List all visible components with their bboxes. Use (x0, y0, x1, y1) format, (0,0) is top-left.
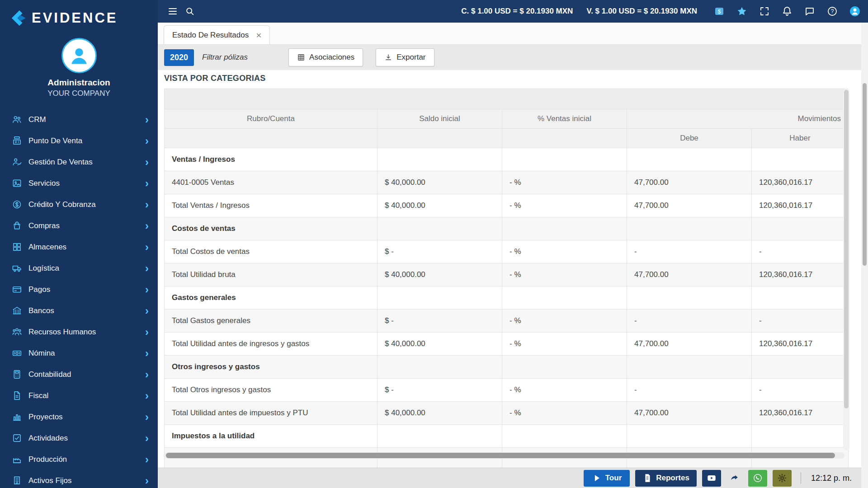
table-body: Ventas / Ingresos4401-0005 Ventas$ 40,00… (165, 148, 849, 468)
chevron-right-icon: › (145, 157, 149, 168)
accounting-icon (11, 369, 23, 380)
chevron-right-icon: › (145, 454, 149, 465)
exchange-rate-icon[interactable]: $ (713, 5, 725, 17)
sidebar-item-compras[interactable]: Compras› (0, 215, 158, 236)
chevron-right-icon: › (145, 242, 149, 253)
chevron-right-icon: › (145, 327, 149, 338)
payments-icon (11, 284, 23, 296)
sidebar-item-punto-de-venta[interactable]: Punto De Venta› (0, 130, 158, 151)
share-icon (730, 473, 740, 483)
chevron-right-icon: › (145, 136, 149, 146)
production-icon (11, 454, 23, 465)
table-horizontal-scrollbar[interactable] (164, 452, 844, 459)
chevron-right-icon: › (145, 114, 149, 125)
help-icon[interactable]: ? (826, 5, 838, 17)
person-icon (67, 44, 91, 67)
sidebar-item-label: Recursos Humanos (28, 328, 96, 337)
sidebar-item-nomina[interactable]: Nómina› (0, 343, 158, 364)
exportar-button[interactable]: Exportar (376, 48, 434, 66)
table-horizontal-scrollbar-thumb[interactable] (166, 453, 835, 458)
sidebar-item-label: Pagos (28, 285, 50, 294)
table-row[interactable]: 4401-0005 Ventas$ 40,000.00- %47,700.001… (165, 171, 849, 194)
sidebar-item-label: CRM (28, 115, 46, 124)
toolbar: 2020 Filtrar pólizas Asociaciones Export… (158, 44, 868, 70)
user-avatar[interactable] (61, 38, 97, 73)
purchases-icon (11, 220, 23, 232)
chevron-right-icon: › (145, 433, 149, 444)
chevron-right-icon: › (145, 369, 149, 380)
sidebar-item-produccion[interactable]: Producción› (0, 449, 158, 470)
tab-bar: Estado De Resultados × (158, 23, 868, 44)
table-vertical-scrollbar-thumb[interactable] (844, 90, 849, 408)
download-icon (384, 53, 392, 61)
assets-icon (11, 475, 23, 487)
sidebar-item-bancos[interactable]: Bancos› (0, 300, 158, 321)
results-table: Rubro/Cuenta Saldo inicial % Ventas inic… (164, 109, 849, 468)
sidebar-item-label: Gestión De Ventas (28, 158, 93, 167)
search-icon[interactable] (181, 3, 198, 20)
col-saldo-inicial: Saldo inicial (377, 109, 502, 129)
filter-polizas-link[interactable]: Filtrar pólizas (202, 53, 248, 62)
col-rubro-cuenta: Rubro/Cuenta (165, 109, 377, 129)
tab-close-icon[interactable]: × (256, 30, 261, 40)
table-row[interactable]: Total Utilidad antes de ingresos y gasto… (165, 333, 849, 356)
share-button[interactable] (726, 470, 743, 487)
table-row[interactable]: Total Ventas / Ingresos$ 40,000.00- %47,… (165, 194, 849, 217)
table-row[interactable]: Total Otros ingresos y gastos$ -- %-- (165, 379, 849, 402)
evidence-logo-icon (10, 9, 27, 27)
chevron-right-icon: › (145, 178, 149, 189)
fullscreen-icon[interactable] (759, 5, 770, 17)
table-header-band (164, 89, 848, 109)
asociaciones-button[interactable]: Asociaciones (288, 48, 363, 66)
sidebar-item-proyectos[interactable]: Proyectos› (0, 406, 158, 427)
sidebar-item-credito-y-cobranza[interactable]: Crédito Y Cobranza› (0, 194, 158, 215)
table-row[interactable]: Total Utilidad antes de impuestos y PTU$… (165, 402, 849, 425)
tab-estado-de-resultados[interactable]: Estado De Resultados × (164, 25, 270, 44)
activities-icon (11, 432, 23, 444)
video-tutorial-button[interactable] (702, 470, 721, 487)
sidebar-item-crm[interactable]: CRM› (0, 109, 158, 130)
section-row-otros-ingresos-y-gastos: Otros ingresos y gastos (165, 356, 849, 379)
sidebar-item-activos-fijos[interactable]: Activos Fijos› (0, 470, 158, 488)
table-row[interactable]: Total Utilidad bruta$ 40,000.00- %47,700… (165, 263, 849, 286)
sidebar-item-recursos-humanos[interactable]: Recursos Humanos› (0, 321, 158, 343)
settings-button[interactable] (773, 470, 792, 487)
brand-logo-text: EVIDENCE (32, 10, 118, 26)
user-profile: Administracion YOUR COMPANY (0, 38, 158, 98)
table-row[interactable]: Total Gastos generales$ -- %-- (165, 310, 849, 333)
year-button[interactable]: 2020 (164, 49, 194, 66)
sidebar-item-servicios[interactable]: Servicios› (0, 173, 158, 194)
sidebar-item-logistica[interactable]: Logística› (0, 258, 158, 279)
reportes-button[interactable]: Reportes (635, 470, 697, 487)
window-vertical-scrollbar[interactable] (861, 23, 868, 488)
sidebar-item-pagos[interactable]: Pagos› (0, 279, 158, 300)
sidebar-item-label: Producción (28, 455, 67, 464)
favorites-star-icon[interactable] (736, 5, 748, 17)
credit-icon (11, 199, 23, 211)
notifications-bell-icon[interactable] (781, 5, 793, 17)
svg-text:$: $ (718, 9, 721, 15)
payroll-icon (11, 347, 23, 359)
rate-compra: C. $ 1.00 USD = $ 20.1930 MXN (461, 7, 573, 16)
chat-icon[interactable] (804, 5, 816, 17)
chevron-right-icon: › (145, 263, 149, 274)
whatsapp-button[interactable] (748, 470, 767, 487)
sidebar-item-fiscal[interactable]: Fiscal› (0, 385, 158, 406)
window-vertical-scrollbar-thumb[interactable] (863, 83, 867, 266)
play-icon (592, 473, 602, 483)
sidebar-item-contabilidad[interactable]: Contabilidad› (0, 364, 158, 385)
chevron-right-icon: › (145, 475, 149, 486)
sidebar-item-almacenes[interactable]: Almacenes› (0, 236, 158, 258)
table-vertical-scrollbar[interactable] (843, 89, 849, 450)
rate-venta: V. $ 1.00 USD = $ 20.1930 MXN (586, 7, 697, 16)
hamburger-menu-icon[interactable] (164, 3, 181, 20)
table-row[interactable]: Total Costos de ventas$ -- %-- (165, 240, 849, 263)
tour-button[interactable]: Tour (584, 470, 630, 487)
user-avatar-icon[interactable] (849, 5, 861, 17)
sidebar-item-gestion-de-ventas[interactable]: Gestión De Ventas› (0, 151, 158, 173)
crm-icon (11, 114, 23, 126)
sidebar-item-actividades[interactable]: Actividades› (0, 427, 158, 449)
tab-label: Estado De Resultados (172, 31, 249, 40)
bottombar: Tour Reportes 12:12 p. m. (158, 468, 868, 488)
table-subheader-row: Debe Haber (165, 129, 849, 148)
